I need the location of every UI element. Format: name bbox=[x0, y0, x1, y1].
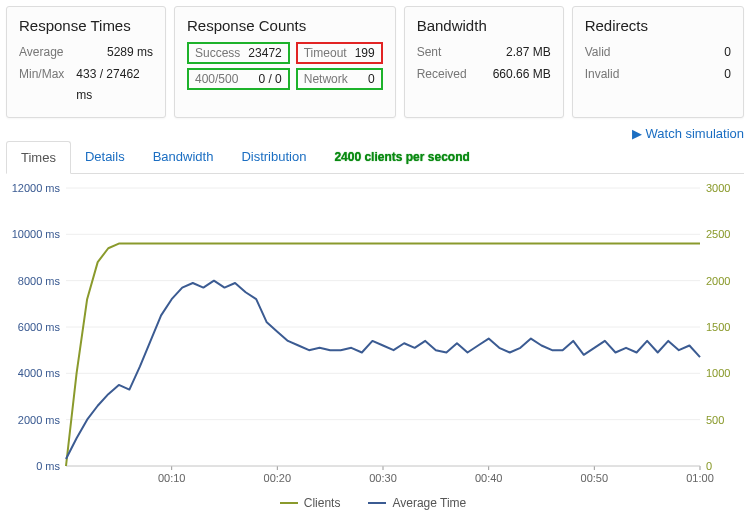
err-value: 0 / 0 bbox=[258, 72, 281, 86]
response-times-card: Response Times Average 5289 ms Min/Max 4… bbox=[6, 6, 166, 118]
svg-text:00:10: 00:10 bbox=[158, 472, 186, 484]
chart-svg: 0 ms2000 ms4000 ms6000 ms8000 ms10000 ms… bbox=[6, 180, 740, 490]
svg-text:2000 ms: 2000 ms bbox=[18, 413, 61, 425]
card-title: Response Times bbox=[19, 17, 153, 34]
valid-label: Valid bbox=[585, 42, 611, 64]
svg-text:0 ms: 0 ms bbox=[36, 460, 60, 472]
tab-details[interactable]: Details bbox=[71, 141, 139, 172]
card-title: Bandwidth bbox=[417, 17, 551, 34]
timeout-label: Timeout bbox=[304, 46, 347, 60]
watch-simulation-link[interactable]: ▶ Watch simulation bbox=[632, 126, 745, 141]
svg-text:2500: 2500 bbox=[706, 228, 730, 240]
chart-legend: Clients Average Time bbox=[6, 496, 740, 510]
recv-value: 660.66 MB bbox=[493, 64, 551, 86]
svg-text:00:20: 00:20 bbox=[264, 472, 292, 484]
svg-text:1500: 1500 bbox=[706, 321, 730, 333]
watch-row: ▶ Watch simulation bbox=[6, 126, 744, 141]
times-chart: 0 ms2000 ms4000 ms6000 ms8000 ms10000 ms… bbox=[6, 180, 740, 510]
svg-text:2000: 2000 bbox=[706, 274, 730, 286]
err-cell: 400/500 0 / 0 bbox=[187, 68, 290, 90]
valid-value: 0 bbox=[724, 42, 731, 64]
svg-text:10000 ms: 10000 ms bbox=[12, 228, 61, 240]
network-value: 0 bbox=[368, 72, 375, 86]
svg-text:01:00: 01:00 bbox=[686, 472, 714, 484]
avg-value: 5289 ms bbox=[107, 42, 153, 64]
tab-bandwidth[interactable]: Bandwidth bbox=[139, 141, 228, 172]
invalid-value: 0 bbox=[724, 64, 731, 86]
minmax-label: Min/Max bbox=[19, 64, 64, 107]
err-label: 400/500 bbox=[195, 72, 238, 86]
svg-text:00:30: 00:30 bbox=[369, 472, 397, 484]
legend-clients-label: Clients bbox=[304, 496, 341, 510]
tabs: Times Details Bandwidth Distribution 240… bbox=[6, 141, 744, 174]
clients-per-second-annotation: 2400 clients per second bbox=[334, 150, 469, 164]
bandwidth-card: Bandwidth Sent 2.87 MB Received 660.66 M… bbox=[404, 6, 564, 118]
svg-text:00:50: 00:50 bbox=[581, 472, 609, 484]
svg-text:6000 ms: 6000 ms bbox=[18, 321, 61, 333]
svg-text:00:40: 00:40 bbox=[475, 472, 503, 484]
play-icon: ▶ bbox=[632, 126, 642, 141]
legend-swatch-clients bbox=[280, 502, 298, 504]
timeout-value: 199 bbox=[355, 46, 375, 60]
timeout-cell: Timeout 199 bbox=[296, 42, 383, 64]
svg-text:3000: 3000 bbox=[706, 182, 730, 194]
avg-label: Average bbox=[19, 42, 63, 64]
watch-label: Watch simulation bbox=[646, 126, 745, 141]
redirects-card: Redirects Valid 0 Invalid 0 bbox=[572, 6, 744, 118]
invalid-label: Invalid bbox=[585, 64, 620, 86]
success-label: Success bbox=[195, 46, 240, 60]
minmax-value: 433 / 27462 ms bbox=[76, 64, 153, 107]
sent-label: Sent bbox=[417, 42, 442, 64]
tab-distribution[interactable]: Distribution bbox=[227, 141, 320, 172]
tab-times[interactable]: Times bbox=[6, 141, 71, 174]
svg-text:4000 ms: 4000 ms bbox=[18, 367, 61, 379]
svg-text:0: 0 bbox=[706, 460, 712, 472]
svg-text:8000 ms: 8000 ms bbox=[18, 274, 61, 286]
network-label: Network bbox=[304, 72, 348, 86]
network-cell: Network 0 bbox=[296, 68, 383, 90]
card-title: Redirects bbox=[585, 17, 731, 34]
summary-cards: Response Times Average 5289 ms Min/Max 4… bbox=[6, 6, 744, 118]
legend-swatch-avg-time bbox=[368, 502, 386, 504]
svg-text:500: 500 bbox=[706, 413, 724, 425]
legend-avg-time-label: Average Time bbox=[392, 496, 466, 510]
recv-label: Received bbox=[417, 64, 467, 86]
svg-text:1000: 1000 bbox=[706, 367, 730, 379]
success-value: 23472 bbox=[248, 46, 281, 60]
success-cell: Success 23472 bbox=[187, 42, 290, 64]
card-title: Response Counts bbox=[187, 17, 383, 34]
svg-text:12000 ms: 12000 ms bbox=[12, 182, 61, 194]
response-counts-card: Response Counts Success 23472 Timeout 19… bbox=[174, 6, 396, 118]
sent-value: 2.87 MB bbox=[506, 42, 551, 64]
legend-avg-time: Average Time bbox=[368, 496, 466, 510]
legend-clients: Clients bbox=[280, 496, 341, 510]
